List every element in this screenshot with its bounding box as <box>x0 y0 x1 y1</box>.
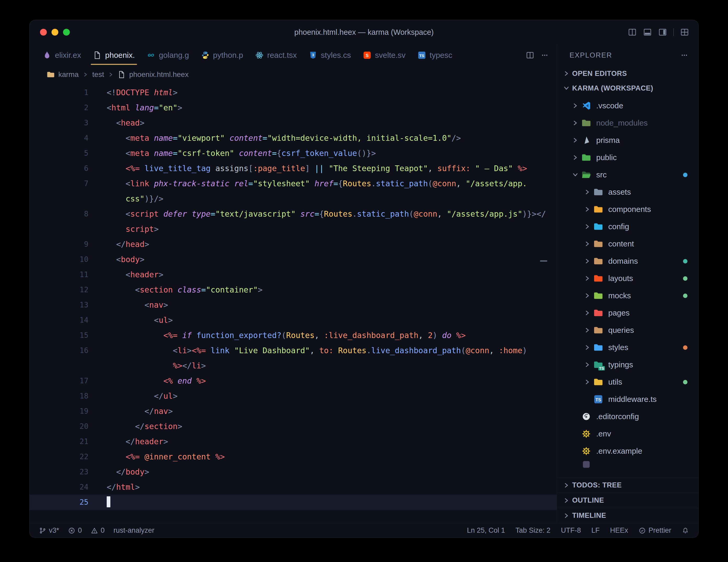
code-line-24[interactable]: 24</html> <box>30 480 557 495</box>
section-timeline[interactable]: TIMELINE <box>557 508 698 523</box>
code-line-6[interactable]: 6 <%= live_title_tag assigns[:page_title… <box>30 161 557 176</box>
maximize-window-button[interactable] <box>63 29 70 36</box>
tree-item-components[interactable]: components <box>557 201 698 218</box>
status-notifications[interactable] <box>682 527 689 534</box>
code-line-8[interactable]: 8 <script defer type="text/javascript" s… <box>30 206 557 221</box>
status-tab-size[interactable]: Tab Size: 2 <box>515 526 550 535</box>
status-encoding[interactable]: UTF-8 <box>561 526 581 535</box>
code-line-1[interactable]: 1<!DOCTYPE html> <box>30 85 557 100</box>
code-line-wrap[interactable]: script> <box>30 221 557 237</box>
line-number: 4 <box>30 130 88 146</box>
split-vertical-icon[interactable] <box>628 28 637 37</box>
code-line-wrap[interactable]: css")}/> <box>30 191 557 206</box>
status-label: Prettier <box>649 526 671 535</box>
code-line-14[interactable]: 14 <ul> <box>30 313 557 328</box>
code-line-5[interactable]: 5 <meta name="csrf-token" content={csrf_… <box>30 146 557 161</box>
section-outline[interactable]: OUTLINE <box>557 493 698 508</box>
code-line-16[interactable]: 16 <li><%= link "Live Dashboard", to: Ro… <box>30 343 557 358</box>
code-text: </body> <box>88 464 149 480</box>
code-line-17[interactable]: 17 <% end %> <box>30 373 557 389</box>
line-number: 16 <box>30 343 88 358</box>
line-number: 5 <box>30 146 88 161</box>
more-actions-icon[interactable] <box>541 51 549 59</box>
code-line-wrap[interactable]: %></li> <box>30 358 557 373</box>
tree-item-utils[interactable]: utils <box>557 373 698 391</box>
status-warnings[interactable]: 0 <box>91 526 105 535</box>
status-git-branch[interactable]: v3* <box>39 526 59 535</box>
tree-item-label: .editorconfig <box>596 412 639 421</box>
code-editor[interactable]: 1<!DOCTYPE html>2<html lang="en">3 <head… <box>30 83 557 523</box>
tab-label: styles.cs <box>321 51 351 60</box>
tree-item-domains[interactable]: domains <box>557 252 698 270</box>
code-line-2[interactable]: 2<html lang="en"> <box>30 100 557 115</box>
tab-react-tsx[interactable]: react.tsx <box>249 44 303 66</box>
code-line-15[interactable]: 15 <%= if function_exported?(Routes, :li… <box>30 328 557 343</box>
split-editor-icon[interactable] <box>526 51 534 59</box>
status-errors[interactable]: 0 <box>68 526 82 535</box>
tree-item-node-modules[interactable]: node_modules <box>557 114 698 132</box>
tree-item-mocks[interactable]: mocks <box>557 287 698 304</box>
tab-typesc[interactable]: TStypesc <box>412 44 458 66</box>
tree-item-src[interactable]: src <box>557 166 698 183</box>
explorer-more-actions-icon[interactable] <box>680 51 689 59</box>
tree-item-typings[interactable]: TStypings <box>557 356 698 373</box>
code-line-19[interactable]: 19 </nav> <box>30 404 557 419</box>
tree-item-editorconfig[interactable]: .editorconfig <box>557 408 698 425</box>
main-area: elixir.exphoenix.GOgolang.gpython.preact… <box>30 44 698 523</box>
code-line-4[interactable]: 4 <meta name="viewport" content="width=d… <box>30 130 557 146</box>
tree-item-queries[interactable]: queries <box>557 322 698 339</box>
tab-styles-cs[interactable]: 3styles.cs <box>303 44 357 66</box>
layout-grid-icon[interactable] <box>680 28 689 37</box>
tree-item-layouts[interactable]: layouts <box>557 270 698 287</box>
code-line-13[interactable]: 13 <nav> <box>30 298 557 313</box>
tree-item-middleware-ts[interactable]: TSmiddleware.ts <box>557 391 698 408</box>
code-line-20[interactable]: 20 </section> <box>30 419 557 434</box>
section-open-editors[interactable]: OPEN EDITORS <box>557 66 698 81</box>
breadcrumb-item-karma[interactable]: karma <box>58 70 79 79</box>
tree-item-vscode[interactable]: .vscode <box>557 97 698 114</box>
tree-item-public[interactable]: public <box>557 149 698 166</box>
tree-item-env-example[interactable]: .env.example <box>557 443 698 460</box>
tree-item-prisma[interactable]: prisma <box>557 132 698 149</box>
tree-item-styles[interactable]: styles <box>557 339 698 356</box>
code-line-12[interactable]: 12 <section class="container"> <box>30 282 557 298</box>
code-line-22[interactable]: 22 <%= @inner_content %> <box>30 449 557 464</box>
close-window-button[interactable] <box>40 29 47 36</box>
section-workspace[interactable]: KARMA (WORKSPACE) <box>557 81 698 95</box>
panel-bottom-icon[interactable] <box>643 28 652 37</box>
tree-item-assets[interactable]: assets <box>557 183 698 201</box>
tree-item-content[interactable]: content <box>557 235 698 252</box>
tree-item-pages[interactable]: pages <box>557 304 698 322</box>
code-line-21[interactable]: 21 </header> <box>30 434 557 449</box>
status-cursor-position[interactable]: Ln 25, Col 1 <box>467 526 505 535</box>
line-number: 24 <box>30 480 88 495</box>
status-prettier[interactable]: Prettier <box>639 526 671 535</box>
tab-phoenix[interactable]: phoenix. <box>87 44 141 66</box>
panel-right-icon[interactable] <box>658 28 667 37</box>
tree-item-config[interactable]: config <box>557 218 698 235</box>
status-rust-analyzer[interactable]: rust-analyzer <box>113 526 154 535</box>
tree-item-label: .vscode <box>596 101 623 110</box>
code-line-9[interactable]: 9 </head> <box>30 237 557 252</box>
section-todos-tree[interactable]: TODOS: TREE <box>557 478 698 493</box>
tree-item-label: layouts <box>608 274 633 283</box>
tab-python-p[interactable]: python.p <box>195 44 249 66</box>
code-line-7[interactable]: 7 <link phx-track-static rel="stylesheet… <box>30 176 557 191</box>
tree-item-env[interactable]: .env <box>557 425 698 443</box>
code-line-23[interactable]: 23 </body> <box>30 464 557 480</box>
code-line-18[interactable]: 18 </ul> <box>30 389 557 404</box>
tree-item-clipped[interactable] <box>557 460 698 469</box>
code-line-11[interactable]: 11 <header> <box>30 267 557 282</box>
tab-elixir-ex[interactable]: elixir.ex <box>37 44 87 66</box>
code-line-10[interactable]: 10 <body> <box>30 252 557 267</box>
status-language-mode[interactable]: HEEx <box>610 526 628 535</box>
code-text: <ul> <box>88 313 173 328</box>
tab-svelte-sv[interactable]: Ssvelte.sv <box>357 44 412 66</box>
breadcrumb-item-phoenix-html-heex[interactable]: phoenix.html.heex <box>129 70 189 79</box>
status-eol[interactable]: LF <box>591 526 600 535</box>
code-line-25[interactable]: 25 <box>30 495 557 510</box>
breadcrumb-item-test[interactable]: test <box>92 70 104 79</box>
tab-golang-g[interactable]: GOgolang.g <box>141 44 195 66</box>
code-line-3[interactable]: 3 <head> <box>30 115 557 130</box>
minimize-window-button[interactable] <box>52 29 58 36</box>
